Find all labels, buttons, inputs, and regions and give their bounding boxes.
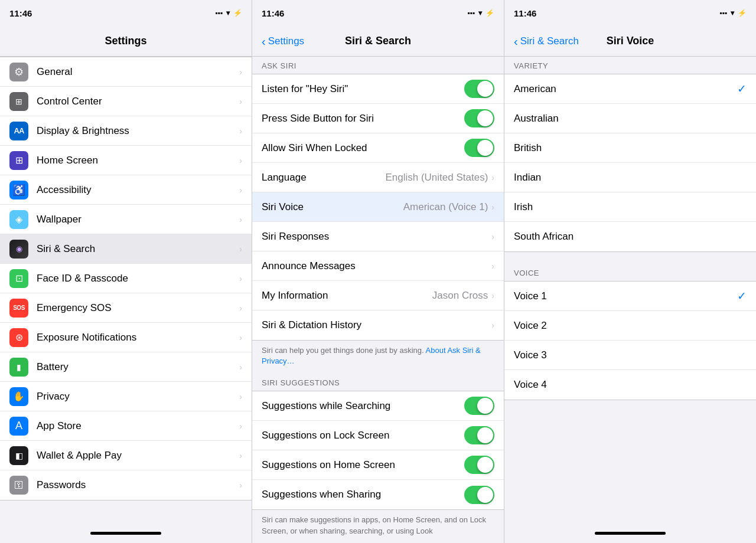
siri-back-button[interactable]: ‹ Settings [262,35,304,47]
sidebar-item-home-screen[interactable]: ⊞ Home Screen › [0,146,252,175]
siri-voice-chevron: › [491,202,494,212]
sidebar-item-emergency-sos[interactable]: SOS Emergency SOS › [0,293,252,323]
siri-suggestions-group: Suggestions while Searching Suggestions … [252,391,504,510]
suggestions-home-row[interactable]: Suggestions on Home Screen [252,450,504,480]
variety-australian[interactable]: Australian [504,104,756,133]
status-icons-2: ▪▪▪ ▾ ⚡ [467,9,494,17]
settings-group-main: ⚙ General › ⊞ Control Center › AA Displa… [0,57,252,501]
sidebar-item-siri[interactable]: ◉ Siri & Search › [0,234,252,264]
siri-responses-row[interactable]: Siri Responses › [252,222,504,251]
south-african-label: South African [514,231,747,243]
suggestions-lock-row[interactable]: Suggestions on Lock Screen [252,421,504,450]
voice-3[interactable]: Voice 3 [504,341,756,370]
voice-2[interactable]: Voice 2 [504,311,756,341]
ask-siri-note: Siri can help you get things done just b… [252,341,504,374]
suggestions-note: Siri can make suggestions in apps, on Ho… [252,510,504,543]
sidebar-item-passwords[interactable]: ⚿ Passwords › [0,470,252,500]
side-button-row[interactable]: Press Side Button for Siri [252,104,504,133]
variety-american[interactable]: American ✓ [504,74,756,104]
sidebar-item-general[interactable]: ⚙ General › [0,57,252,87]
sidebar-item-app-store[interactable]: A App Store › [0,411,252,441]
suggestions-home-toggle[interactable] [464,456,494,474]
sidebar-item-control-center[interactable]: ⊞ Control Center › [0,87,252,116]
passwords-icon: ⚿ [9,476,28,495]
language-label: Language [262,172,385,184]
battery-icon-3: ⚡ [738,9,747,17]
battery-label: Battery [37,361,239,373]
siri-voice-back-button[interactable]: ‹ Siri & Search [514,35,579,47]
sidebar-item-accessibility[interactable]: ♿ Accessibility › [0,175,252,205]
suggestions-lock-toggle[interactable] [464,426,494,444]
control-center-chevron: › [239,97,242,106]
dictation-history-row[interactable]: Siri & Dictation History › [252,310,504,340]
home-screen-label: Home Screen [37,155,239,166]
status-bar-1: 11:46 ▪▪▪ ▾ ⚡ [0,0,252,26]
suggestions-sharing-row[interactable]: Suggestions when Sharing [252,480,504,509]
voice-1[interactable]: Voice 1 ✓ [504,282,756,311]
back-label-3: Siri & Search [520,35,579,47]
side-button-toggle[interactable] [464,109,494,127]
voice-1-checkmark: ✓ [737,289,747,303]
announce-messages-chevron: › [491,261,494,271]
my-information-row[interactable]: My Information Jason Cross › [252,281,504,310]
suggestions-searching-toggle[interactable] [464,397,494,415]
voice-4-label: Voice 4 [514,379,747,391]
privacy-label: Privacy [37,391,239,403]
variety-irish[interactable]: Irish [504,192,756,222]
sidebar-item-exposure[interactable]: ⊛ Exposure Notifications › [0,323,252,352]
hey-siri-row[interactable]: Listen for "Hey Siri" [252,74,504,104]
display-icon: AA [9,122,28,140]
general-chevron: › [239,67,242,77]
passwords-label: Passwords [37,479,239,491]
general-label: General [37,66,239,78]
siri-responses-chevron: › [491,232,494,241]
hey-siri-toggle[interactable] [464,80,494,98]
status-icons-1: ▪▪▪ ▾ ⚡ [215,9,242,17]
voice-group: Voice 1 ✓ Voice 2 Voice 3 Voice 4 [504,281,756,400]
variety-header: VARIETY [504,57,756,74]
settings-nav-bar: Settings [0,26,252,57]
variety-british[interactable]: British [504,133,756,163]
exposure-chevron: › [239,333,242,342]
accessibility-icon: ♿ [9,181,28,199]
language-row[interactable]: Language English (United States) › [252,163,504,192]
announce-messages-row[interactable]: Announce Messages › [252,251,504,281]
siri-settings-list: ASK SIRI Listen for "Hey Siri" Press Sid… [252,57,504,543]
allow-locked-toggle[interactable] [464,139,494,157]
back-arrow-icon: ‹ [262,35,266,47]
sidebar-item-wallet[interactable]: ◧ Wallet & Apple Pay › [0,441,252,470]
wallpaper-icon: ◈ [9,210,28,229]
sidebar-item-battery[interactable]: ▮ Battery › [0,352,252,382]
wifi-icon-3: ▾ [731,9,734,17]
status-icons-3: ▪▪▪ ▾ ⚡ [719,9,747,17]
sidebar-item-privacy[interactable]: ✋ Privacy › [0,382,252,411]
scroll-indicator-1 [90,532,161,535]
siri-voice-label: Siri Voice [262,201,403,213]
british-label: British [514,142,747,154]
wifi-icon-2: ▾ [478,9,482,17]
variety-indian[interactable]: Indian [504,163,756,192]
siri-voice-nav-bar: ‹ Siri & Search Siri Voice [504,26,756,57]
voice-4[interactable]: Voice 4 [504,370,756,400]
control-center-icon: ⊞ [9,92,28,111]
variety-south-african[interactable]: South African [504,222,756,251]
ask-siri-link[interactable]: About Ask Siri & Privacy… [262,346,481,365]
sidebar-item-face-id[interactable]: ⊡ Face ID & Passcode › [0,264,252,293]
siri-chevron: › [239,244,242,254]
accessibility-chevron: › [239,185,242,195]
app-store-chevron: › [239,421,242,431]
face-id-label: Face ID & Passcode [37,273,239,284]
siri-search-panel: 11:46 ▪▪▪ ▾ ⚡ ‹ Settings Siri & Search A… [252,0,504,543]
american-checkmark: ✓ [737,82,747,96]
sidebar-item-wallpaper[interactable]: ◈ Wallpaper › [0,205,252,234]
suggestions-searching-label: Suggestions while Searching [262,400,464,412]
battery-icon-2: ⚡ [485,9,494,17]
emergency-sos-label: Emergency SOS [37,302,239,314]
siri-suggestions-header: SIRI SUGGESTIONS [252,374,504,391]
suggestions-searching-row[interactable]: Suggestions while Searching [252,391,504,421]
wallpaper-chevron: › [239,215,242,224]
sidebar-item-display[interactable]: AA Display & Brightness › [0,116,252,146]
siri-voice-row[interactable]: Siri Voice American (Voice 1) › [252,192,504,222]
suggestions-sharing-toggle[interactable] [464,486,494,504]
allow-locked-row[interactable]: Allow Siri When Locked [252,133,504,163]
